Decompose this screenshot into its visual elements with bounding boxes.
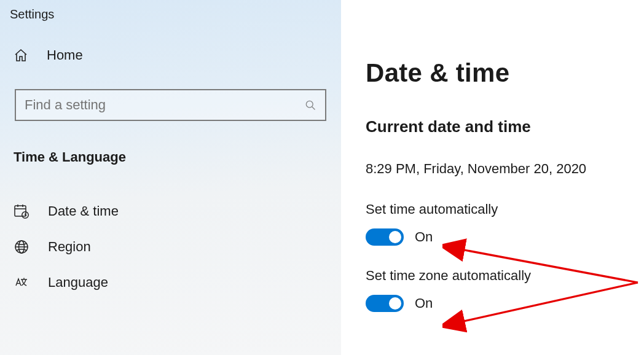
set-tz-auto-label: Set time zone automatically xyxy=(366,268,619,284)
search-icon xyxy=(304,99,316,111)
home-label: Home xyxy=(47,47,83,63)
current-datetime-value: 8:29 PM, Friday, November 20, 2020 xyxy=(366,161,619,177)
set-tz-auto-state: On xyxy=(415,295,433,311)
settings-header: Settings xyxy=(0,4,341,39)
nav-label-region: Region xyxy=(48,239,91,255)
svg-rect-2 xyxy=(15,206,26,216)
nav-label-language: Language xyxy=(48,275,108,291)
search-box[interactable] xyxy=(15,89,326,121)
settings-main-panel: Date & time Current date and time 8:29 P… xyxy=(341,0,644,355)
set-tz-auto-toggle[interactable] xyxy=(366,295,404,312)
svg-line-1 xyxy=(312,107,315,110)
nav-label-date-time: Date & time xyxy=(48,203,119,219)
set-tz-auto-row: On xyxy=(366,295,619,312)
globe-icon xyxy=(14,239,29,255)
language-icon xyxy=(14,275,29,291)
home-icon xyxy=(14,48,28,63)
settings-sidebar: Settings Home Time & Language Date & tim… xyxy=(0,0,341,355)
nav-item-language[interactable]: Language xyxy=(0,265,341,300)
svg-line-8 xyxy=(25,215,26,216)
set-time-auto-toggle[interactable] xyxy=(366,228,404,246)
set-time-auto-state: On xyxy=(415,229,433,245)
page-title: Date & time xyxy=(366,58,619,88)
svg-point-0 xyxy=(306,101,313,107)
home-nav-item[interactable]: Home xyxy=(0,39,341,72)
category-title: Time & Language xyxy=(0,149,341,165)
date-time-icon xyxy=(14,203,29,219)
set-time-auto-label: Set time automatically xyxy=(366,201,619,217)
nav-item-date-time[interactable]: Date & time xyxy=(0,193,341,229)
nav-item-region[interactable]: Region xyxy=(0,229,341,265)
section-current-datetime: Current date and time xyxy=(366,117,619,136)
set-time-auto-row: On xyxy=(366,228,619,246)
search-input[interactable] xyxy=(25,97,304,113)
